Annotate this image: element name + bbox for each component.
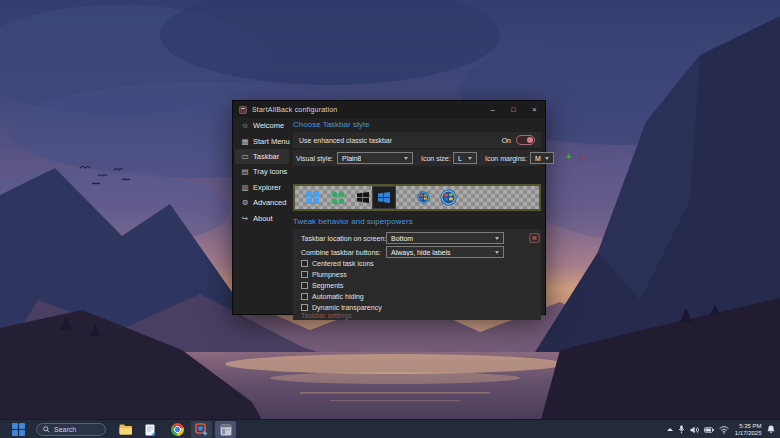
checkbox-icon <box>301 282 308 289</box>
win8-blue-flag-selected[interactable] <box>378 192 390 203</box>
chevron-down-icon <box>495 237 499 240</box>
chevron-down-icon <box>468 157 472 160</box>
search-box[interactable]: Search <box>36 423 106 436</box>
add-style-button[interactable]: + <box>566 151 572 162</box>
win11-green-logo[interactable] <box>332 192 344 204</box>
notifications-bell-icon[interactable] <box>767 425 775 434</box>
microphone-icon[interactable] <box>678 425 685 434</box>
chrome-button[interactable] <box>167 421 187 438</box>
tray-clock[interactable]: 5:35 PM 1/17/2025 <box>735 423 762 436</box>
visual-style-label: Visual style: <box>296 155 333 162</box>
startallback-setup-button[interactable] <box>191 421 212 438</box>
style-controls-row: Visual style: Plain8 Icon size: L Icon m… <box>293 150 541 166</box>
folder-icon: ▥ <box>240 183 250 192</box>
section-title-choose-style: Choose Taskbar style <box>293 120 369 129</box>
file-explorer-button[interactable] <box>116 421 134 438</box>
visual-style-select[interactable]: Plain8 <box>337 152 413 164</box>
close-button[interactable]: × <box>524 101 545 118</box>
monitor-icon[interactable] <box>529 233 540 243</box>
enhanced-classic-toggle[interactable] <box>516 135 535 145</box>
app-icon <box>239 106 247 114</box>
chrome-icon <box>171 423 184 436</box>
icon-size-select[interactable]: L <box>453 152 477 164</box>
checkbox-icon <box>301 304 308 311</box>
about-arrow-icon: ↪ <box>240 214 250 223</box>
chevron-down-icon <box>404 157 408 160</box>
maximize-button[interactable]: □ <box>503 101 524 118</box>
icon-margins-select[interactable]: M <box>530 152 554 164</box>
enhanced-classic-label: Use enhanced classic taskbar <box>299 137 392 144</box>
style-preview-strip <box>293 184 541 211</box>
sidebar-item-welcome[interactable]: ☺ Welcome <box>233 118 291 133</box>
startallback-setup-icon <box>195 423 208 436</box>
enhanced-classic-row: Use enhanced classic taskbar On <box>293 132 541 148</box>
checkbox-plumpness[interactable]: Plumpness <box>301 271 347 278</box>
tray-area: 5:35 PM 1/17/2025 <box>665 420 780 438</box>
volume-icon[interactable] <box>690 426 699 434</box>
remove-style-button[interactable]: × <box>579 152 584 162</box>
checkbox-segments[interactable]: Segments <box>301 282 344 289</box>
chevron-up-icon[interactable] <box>667 428 673 431</box>
tray-panel-icon: ▤ <box>240 167 250 176</box>
sidebar-item-taskbar[interactable]: ▭ Taskbar <box>235 149 289 164</box>
sidebar-item-tray-icons[interactable]: ▤ Tray icons <box>233 164 291 179</box>
startallback-window: StartAllBack configuration – □ × ☺ Welco… <box>232 100 546 315</box>
sidebar-item-advanced[interactable]: ⚙ Advanced <box>233 195 291 210</box>
startallback-config-icon <box>220 424 232 436</box>
system-taskbar: Search <box>0 419 780 438</box>
battery-icon[interactable] <box>704 427 714 433</box>
smiley-icon: ☺ <box>240 121 250 130</box>
checkbox-automatic-hiding[interactable]: Automatic hiding <box>301 293 364 300</box>
win7-orb-large[interactable] <box>440 189 457 206</box>
checkbox-icon <box>301 260 308 267</box>
checkbox-dynamic-transparency[interactable]: Dynamic transparency <box>301 304 382 311</box>
checkbox-centered-task-icons[interactable]: Centered task icons <box>301 260 374 267</box>
win7-orb-small[interactable] <box>417 191 430 204</box>
tweak-panel: Taskbar location on screen: Bottom Combi… <box>293 229 541 320</box>
start-button[interactable] <box>12 423 25 436</box>
clock-time: 5:35 PM <box>735 423 762 430</box>
sidebar-item-start-menu[interactable]: ▦ Start Menu <box>233 133 291 148</box>
wifi-icon[interactable] <box>719 426 729 434</box>
taskbar-settings-page: Choose Taskbar style Use enhanced classi… <box>293 118 541 314</box>
start-grid-icon: ▦ <box>240 137 250 146</box>
notepad-button[interactable] <box>141 421 159 438</box>
icon-size-label: Icon size: <box>421 155 451 162</box>
toggle-state-label: On <box>502 137 511 144</box>
icon-margins-label: Icon margins: <box>485 155 527 162</box>
section-title-tweak: Tweak behavior and superpowers <box>293 217 413 226</box>
win8-black-flag[interactable] <box>357 192 369 203</box>
taskbar-location-select[interactable]: Bottom <box>386 232 504 244</box>
chevron-down-icon <box>545 157 549 160</box>
search-icon <box>43 426 50 433</box>
taskbar-location-label: Taskbar location on screen: <box>301 235 386 242</box>
taskbar-settings-link[interactable]: Taskbar settings <box>301 312 352 319</box>
win11-blue-logo[interactable] <box>306 191 319 204</box>
file-explorer-icon <box>119 424 132 435</box>
search-placeholder: Search <box>54 426 76 433</box>
sidebar-item-about[interactable]: ↪ About <box>233 210 291 225</box>
checkbox-icon <box>301 271 308 278</box>
sidebar: ☺ Welcome ▦ Start Menu ▭ Taskbar ▤ Tray … <box>233 118 291 314</box>
chevron-down-icon <box>495 251 499 254</box>
window-title: StartAllBack configuration <box>252 106 337 113</box>
sidebar-item-explorer[interactable]: ▥ Explorer <box>233 180 291 195</box>
window-titlebar[interactable]: StartAllBack configuration – □ × <box>233 101 545 118</box>
startallback-config-button[interactable] <box>215 421 236 438</box>
minimize-button[interactable]: – <box>482 101 503 118</box>
combine-buttons-label: Combine taskbar buttons: <box>301 249 381 256</box>
combine-buttons-select[interactable]: Always, hide labels <box>386 246 504 258</box>
gear-icon: ⚙ <box>240 198 250 207</box>
clock-date: 1/17/2025 <box>735 430 762 437</box>
screen: StartAllBack configuration – □ × ☺ Welco… <box>0 0 780 438</box>
taskbar-icon: ▭ <box>240 152 250 161</box>
notepad-icon <box>145 424 155 436</box>
checkbox-icon <box>301 293 308 300</box>
